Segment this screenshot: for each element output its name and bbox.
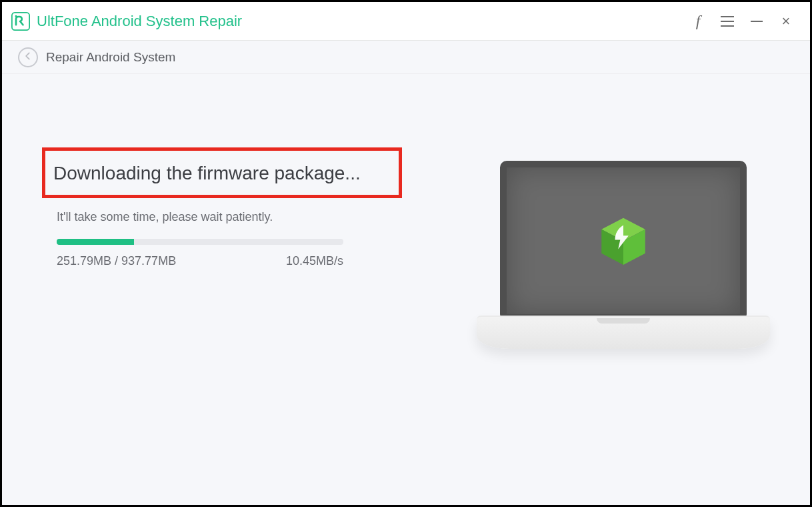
download-subtext: It'll take some time, please wait patien… xyxy=(57,210,402,224)
download-cube-icon xyxy=(597,215,649,267)
svg-point-1 xyxy=(15,15,17,17)
laptop-screen xyxy=(500,161,747,321)
minimize-icon xyxy=(751,21,763,22)
app-title: UltFone Android System Repair xyxy=(37,13,242,30)
headline-highlight: Downloading the firmware package... xyxy=(42,147,402,198)
size-separator: / xyxy=(111,254,121,268)
total-value: 937.77MB xyxy=(121,254,176,268)
download-speed: 10.45MB/s xyxy=(286,254,343,268)
download-headline: Downloading the firmware package... xyxy=(53,163,391,184)
titlebar: UltFone Android System Repair f × xyxy=(2,2,810,41)
back-button[interactable] xyxy=(18,47,38,67)
progress-fill xyxy=(57,239,134,245)
facebook-button[interactable]: f xyxy=(683,8,713,35)
progress-wrap xyxy=(57,239,402,245)
subheader: Repair Android System xyxy=(2,41,810,74)
minimize-button[interactable] xyxy=(742,8,771,35)
menu-icon xyxy=(721,16,734,27)
breadcrumb: Repair Android System xyxy=(46,50,175,65)
laptop-illustration xyxy=(477,161,770,368)
download-stats: 251.79MB / 937.77MB 10.45MB/s xyxy=(57,254,343,268)
progress-bar xyxy=(57,239,343,245)
laptop-base xyxy=(477,316,770,349)
content-area: Downloading the firmware package... It'l… xyxy=(2,74,810,505)
downloaded-value: 251.79MB xyxy=(57,254,111,268)
download-size: 251.79MB / 937.77MB xyxy=(57,254,286,268)
facebook-icon: f xyxy=(696,12,701,30)
app-logo-icon xyxy=(11,12,30,31)
app-window: UltFone Android System Repair f × Repair… xyxy=(0,0,812,507)
back-arrow-icon xyxy=(23,51,33,63)
download-panel: Downloading the firmware package... It'l… xyxy=(42,147,402,268)
close-icon: × xyxy=(782,13,791,30)
close-button[interactable]: × xyxy=(771,8,801,35)
menu-button[interactable] xyxy=(713,8,742,35)
